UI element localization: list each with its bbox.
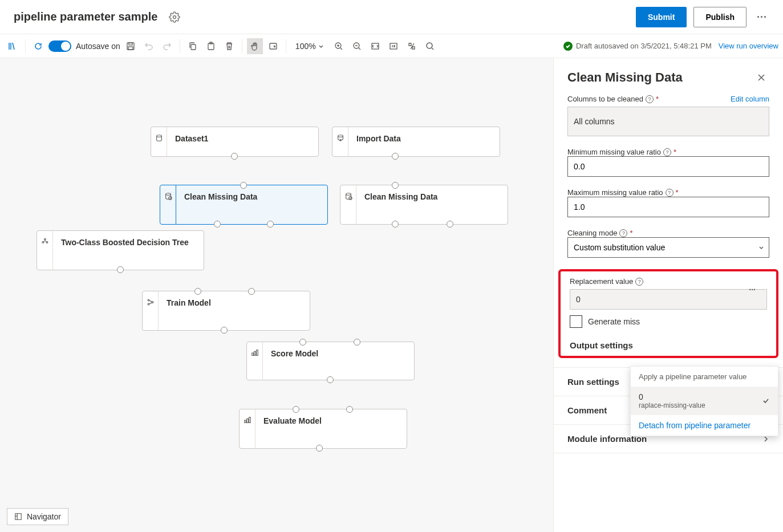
node-clean-missing-data-2[interactable]: Clean Missing Data <box>340 185 508 225</box>
svg-rect-28 <box>244 420 246 423</box>
svg-rect-11 <box>390 43 397 49</box>
generate-checkbox-row[interactable]: Generate miss <box>570 315 767 328</box>
navigator-button[interactable]: Navigator <box>7 508 68 525</box>
popup-item-value[interactable]: 0 raplace-missing-value <box>631 387 778 415</box>
zoom-level[interactable]: 100% <box>291 42 328 51</box>
search-icon[interactable] <box>422 38 438 54</box>
check-circle-icon <box>563 42 573 51</box>
undo-icon[interactable] <box>141 38 157 54</box>
max-ratio-input[interactable] <box>567 197 769 217</box>
svg-point-23 <box>148 303 149 305</box>
node-dataset1[interactable]: Dataset1 <box>151 127 319 157</box>
chevron-right-icon <box>762 436 769 442</box>
app-header: pipeline parameter sample Submit Publish <box>0 0 783 34</box>
copy-icon[interactable] <box>185 38 201 54</box>
help-icon[interactable]: ? <box>619 229 627 237</box>
save-icon[interactable] <box>123 38 139 54</box>
svg-rect-25 <box>251 353 253 355</box>
node-import-data[interactable]: Import Data <box>332 127 500 157</box>
zoom-in-icon[interactable] <box>331 38 347 54</box>
popup-detach-link[interactable]: Detach from pipeline parameter <box>631 415 778 436</box>
columns-label: Columns to be cleaned ? * <box>567 95 659 103</box>
autosave-label: Autosave on <box>76 42 120 51</box>
svg-point-18 <box>348 197 351 200</box>
paste-icon[interactable] <box>203 38 219 54</box>
svg-rect-29 <box>246 419 248 423</box>
pipeline-canvas[interactable]: Dataset1 Import Data Clean Missing Data <box>0 58 553 532</box>
refresh-icon[interactable] <box>30 38 46 54</box>
svg-point-12 <box>427 43 432 48</box>
autosave-status: Draft autosaved on 3/5/2021, 5:48:21 PM <box>563 42 712 51</box>
svg-rect-27 <box>256 350 258 356</box>
fit-screen-icon[interactable] <box>367 38 383 54</box>
svg-rect-3 <box>128 47 133 50</box>
edit-column-link[interactable]: Edit column <box>731 95 769 103</box>
help-icon[interactable]: ? <box>666 189 674 197</box>
library-icon[interactable] <box>5 38 21 54</box>
svg-point-0 <box>173 15 176 18</box>
auto-layout-icon[interactable] <box>404 38 420 54</box>
max-ratio-label: Maximum missing value ratio ? * <box>567 188 769 197</box>
help-icon[interactable]: ? <box>663 148 671 156</box>
settings-gear-icon[interactable] <box>167 9 182 25</box>
svg-rect-4 <box>191 44 196 50</box>
replacement-more-icon[interactable]: ··· <box>749 285 756 294</box>
view-run-overview-link[interactable]: View run overview <box>719 42 778 50</box>
node-train-model[interactable]: Train Model <box>142 291 310 331</box>
redo-icon[interactable] <box>159 38 175 54</box>
output-settings-heading: Output settings <box>570 340 767 350</box>
svg-rect-31 <box>15 514 22 520</box>
node-evaluate-model[interactable]: Evaluate Model <box>239 409 407 449</box>
columns-value[interactable]: All columns <box>567 107 769 136</box>
properties-panel: Clean Missing Data Columns to be cleaned… <box>553 58 783 532</box>
help-icon[interactable]: ? <box>635 278 643 286</box>
node-boosted-decision-tree[interactable]: Two-Class Boosted Decision Tree <box>36 230 204 270</box>
autosave-toggle[interactable]: Autosave on <box>48 40 120 52</box>
cleaning-mode-label: Cleaning mode ? * <box>567 229 769 237</box>
svg-point-24 <box>152 302 153 303</box>
close-panel-icon[interactable] <box>753 70 769 86</box>
cleaning-mode-dropdown[interactable] <box>567 237 769 258</box>
pan-hand-icon[interactable] <box>247 38 263 54</box>
svg-rect-7 <box>270 43 277 49</box>
zoom-out-icon[interactable] <box>349 38 365 54</box>
more-actions-icon[interactable] <box>753 9 769 25</box>
node-clean-missing-data-1[interactable]: Clean Missing Data <box>160 185 328 225</box>
svg-rect-30 <box>249 417 250 423</box>
svg-point-19 <box>44 238 46 240</box>
min-ratio-input[interactable] <box>567 156 769 177</box>
svg-point-16 <box>168 197 171 200</box>
page-title: pipeline parameter sample <box>14 10 157 23</box>
help-icon[interactable]: ? <box>646 95 654 103</box>
check-icon <box>762 397 770 405</box>
submit-button[interactable]: Submit <box>636 7 687 27</box>
svg-point-14 <box>338 135 343 137</box>
publish-button[interactable]: Publish <box>693 7 747 27</box>
select-icon[interactable] <box>265 38 281 54</box>
replacement-highlight-section: Replacement value ? ··· Generate miss Ou… <box>558 269 778 358</box>
parameter-popup: Apply a pipeline parameter value 0 rapla… <box>630 366 778 436</box>
svg-point-17 <box>346 193 351 196</box>
min-ratio-label: Minimum missing value ratio ? * <box>567 148 769 156</box>
delete-icon[interactable] <box>221 38 237 54</box>
svg-point-15 <box>165 193 171 196</box>
svg-rect-5 <box>208 43 214 50</box>
replacement-label: Replacement value ? <box>570 277 767 286</box>
svg-point-22 <box>148 299 149 301</box>
replacement-input[interactable] <box>570 289 767 310</box>
svg-point-13 <box>156 135 161 137</box>
node-score-model[interactable]: Score Model <box>246 342 415 380</box>
popup-header: Apply a pipeline parameter value <box>631 367 778 387</box>
svg-rect-2 <box>129 43 132 45</box>
toolbar: Autosave on 100% Draft autosaved on 3/5/… <box>0 34 783 58</box>
generate-checkbox[interactable] <box>570 315 582 328</box>
panel-title: Clean Missing Data <box>567 70 683 85</box>
actual-size-icon[interactable] <box>386 38 401 54</box>
svg-rect-26 <box>254 351 255 355</box>
